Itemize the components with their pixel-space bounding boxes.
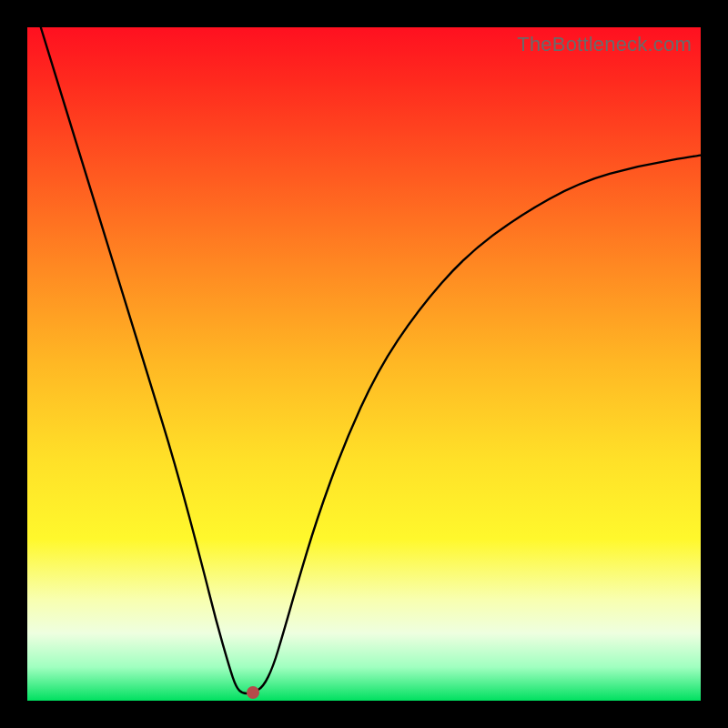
- chart-frame: TheBottleneck.com: [0, 0, 728, 728]
- optimal-point-marker: [247, 686, 259, 699]
- curve-svg: [27, 27, 701, 701]
- bottleneck-curve-path: [41, 27, 701, 693]
- plot-area: TheBottleneck.com: [27, 27, 701, 701]
